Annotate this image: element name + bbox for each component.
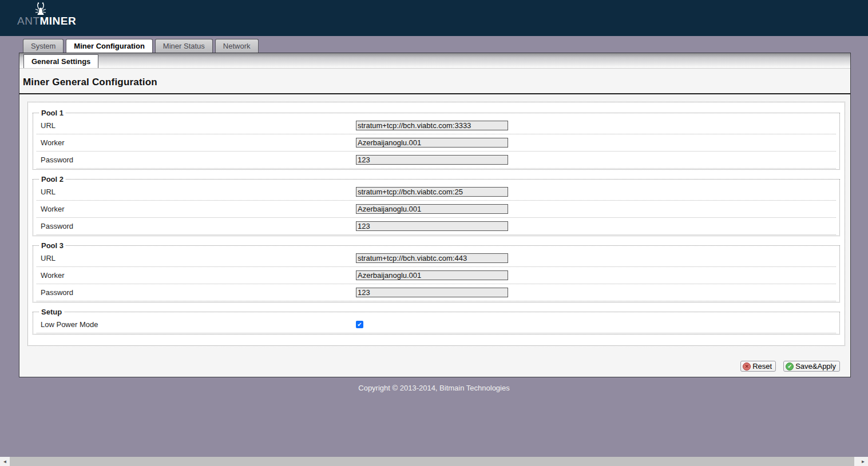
tab-system[interactable]: System	[23, 39, 64, 53]
pool2-legend: Pool 2	[39, 175, 66, 184]
pool3-password-label: Password	[37, 288, 356, 297]
copyright-footer: Copyright © 2013-2014, Bitmain Technolog…	[0, 377, 868, 392]
pool1-url-input[interactable]	[356, 121, 508, 130]
tab-miner-configuration[interactable]: Miner Configuration	[66, 39, 153, 53]
pool3-worker-row: Worker	[37, 267, 836, 284]
pool1-password-input[interactable]	[356, 155, 508, 165]
pool1-url-row: URL	[37, 117, 836, 134]
config-form-container: Pool 1 URL Worker Password Pool 2 URL W	[27, 102, 845, 346]
save-apply-button[interactable]: ✔ Save&Apply	[783, 361, 840, 372]
pool3-legend: Pool 3	[39, 241, 66, 250]
pool1-group: Pool 1 URL Worker Password	[33, 109, 840, 170]
pool1-worker-label: Worker	[37, 138, 356, 147]
setup-group: Setup Low Power Mode ✔	[33, 308, 840, 334]
setup-legend: Setup	[39, 308, 64, 316]
reset-button-label: Reset	[752, 362, 772, 371]
tab-network[interactable]: Network	[215, 39, 259, 53]
pool2-password-row: Password	[37, 218, 836, 235]
reset-x-circle-icon: ✕	[743, 363, 751, 371]
main-tab-bar: System Miner Configuration Miner Status …	[0, 36, 868, 53]
pool3-password-input[interactable]	[356, 288, 508, 297]
low-power-mode-row: Low Power Mode ✔	[37, 316, 836, 333]
reset-button[interactable]: ✕ Reset	[740, 361, 776, 372]
pool1-legend: Pool 1	[39, 109, 66, 117]
pool2-worker-input[interactable]	[356, 204, 508, 214]
pool2-worker-row: Worker	[37, 201, 836, 218]
pool2-url-label: URL	[37, 188, 356, 196]
pool3-worker-label: Worker	[37, 271, 356, 280]
pool2-password-input[interactable]	[356, 221, 508, 231]
horizontal-scrollbar-thumb[interactable]	[10, 457, 854, 466]
pool2-url-input[interactable]	[356, 187, 508, 197]
pool3-group: Pool 3 URL Worker Password	[33, 241, 840, 302]
antminer-logo: ANTMINER	[17, 2, 63, 27]
page-title: Miner General Configuration	[19, 69, 850, 93]
logo-ant-part: ANT	[17, 15, 40, 27]
pool3-url-label: URL	[37, 254, 356, 262]
save-apply-button-label: Save&Apply	[795, 362, 836, 371]
logo-miner-part: MINER	[40, 15, 77, 27]
pool1-worker-row: Worker	[37, 134, 836, 152]
scroll-right-arrow-icon[interactable]: ►	[858, 457, 868, 466]
save-check-circle-icon: ✔	[786, 363, 794, 371]
pool1-worker-input[interactable]	[356, 138, 508, 148]
pool3-password-row: Password	[37, 284, 836, 301]
content-panel: General Settings Miner General Configura…	[19, 53, 851, 377]
pool1-password-row: Password	[37, 152, 836, 169]
form-actions: ✕ Reset ✔ Save&Apply	[19, 346, 850, 377]
pool3-url-row: URL	[37, 250, 836, 267]
app-header: ANTMINER	[0, 0, 868, 36]
horizontal-scrollbar[interactable]: ◄ ►	[0, 457, 868, 466]
logo-text: ANTMINER	[17, 15, 63, 27]
pool2-worker-label: Worker	[37, 205, 356, 213]
pool2-password-label: Password	[37, 222, 356, 230]
tab-miner-status[interactable]: Miner Status	[155, 39, 213, 53]
title-divider	[19, 93, 850, 94]
subtab-general-settings[interactable]: General Settings	[23, 54, 98, 68]
low-power-mode-label: Low Power Mode	[37, 320, 356, 329]
pool3-worker-input[interactable]	[356, 270, 508, 280]
subtab-bar: General Settings	[19, 53, 850, 69]
pool1-password-label: Password	[37, 156, 356, 164]
pool1-url-label: URL	[37, 121, 356, 130]
pool2-group: Pool 2 URL Worker Password	[33, 175, 840, 236]
ant-icon	[33, 2, 48, 16]
low-power-mode-checkbox[interactable]: ✔	[356, 321, 363, 328]
pool2-url-row: URL	[37, 184, 836, 201]
pool3-url-input[interactable]	[356, 253, 508, 263]
scroll-left-arrow-icon[interactable]: ◄	[0, 457, 10, 466]
